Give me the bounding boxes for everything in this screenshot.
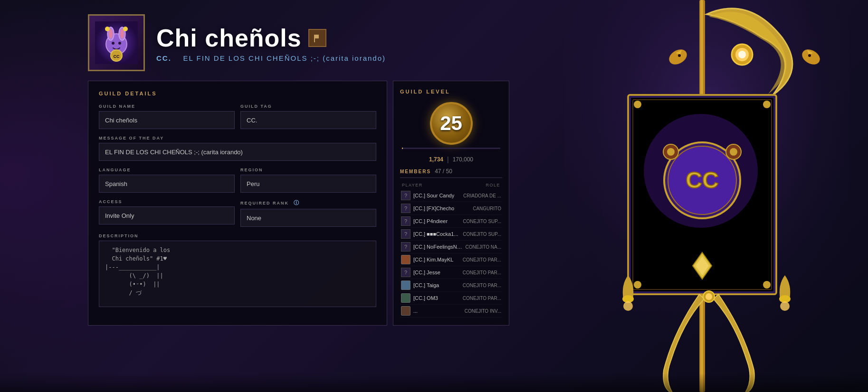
guild-subtitle: CC. EL FIN DE LOS CHI CHEÑOLS ;-; (carit… (156, 54, 386, 62)
svg-point-42 (112, 42, 114, 45)
description-box[interactable]: "Bienvenido a los Chi cheñols" #1♥ |---_… (99, 241, 376, 307)
svg-point-43 (118, 42, 121, 45)
xp-bar (402, 148, 500, 149)
level-number: 25 (440, 112, 462, 135)
guild-level-title: GUILD LEVEL (400, 89, 502, 94)
member-avatar: ? (401, 204, 410, 213)
member-row[interactable]: ... CONEJITO INV... (400, 305, 502, 317)
member-name: [CC.] P4ndieer (413, 218, 460, 224)
region-input[interactable] (240, 175, 376, 193)
member-row[interactable]: [CC.] OM3 CONEJITO PAR... (400, 292, 502, 305)
motd-label: MESSAGE OF THE DAY (99, 136, 376, 140)
player-col-label: PLAYER (402, 183, 423, 187)
access-label: ACCESS (99, 199, 235, 204)
member-name: [CC.] Taiga (413, 282, 460, 288)
language-group: LANGUAGE (99, 168, 235, 193)
member-name: [CC.] OM3 (413, 295, 460, 301)
member-role: CONEJITO INV... (465, 308, 501, 314)
level-xp-separator: | (447, 156, 449, 163)
svg-point-40 (105, 27, 110, 31)
guild-header: CC Chi cheñols CC. EL FIN DE LOS CHI CHE… (0, 0, 868, 81)
svg-point-38 (109, 29, 113, 38)
member-avatar: ? (401, 242, 410, 252)
members-col-header: PLAYER ROLE (400, 182, 502, 188)
member-avatar: ? (401, 229, 410, 239)
guild-details-title: GUILD DETAILS (99, 91, 376, 96)
member-name: [CC.] Jesse (413, 270, 460, 275)
role-col-label: ROLE (486, 183, 500, 187)
guild-logo: CC (88, 14, 145, 71)
member-role: CANGURITO (473, 206, 501, 211)
member-avatar (401, 280, 410, 290)
member-row[interactable]: ? [CC.] ■■■Cocka1... CONEJITO SUP... (400, 228, 502, 241)
member-row[interactable]: ? [CC.] Sour Candy CRIADORA DE ... (400, 189, 502, 202)
guild-level-panel: GUILD LEVEL 25 1,734 | 170,000 MEMBERS 4… (393, 81, 509, 326)
guild-name-group: GUILD NAME (99, 104, 235, 129)
guild-tag-label: GUILD TAG (240, 104, 376, 109)
motd-group: MESSAGE OF THE DAY (99, 136, 376, 161)
member-avatar (401, 293, 410, 303)
members-label: MEMBERS (400, 169, 431, 174)
svg-point-39 (120, 29, 124, 38)
member-row[interactable]: ? [CC.] NoFeelingsNo... CONEJITO NA... (400, 241, 502, 253)
lang-region-row: LANGUAGE REGION (99, 168, 376, 193)
required-rank-label: REQUIRED RANK ⓘ (240, 199, 376, 206)
language-label: LANGUAGE (99, 168, 235, 172)
member-role: CONEJITO SUP... (463, 219, 501, 224)
description-group: DESCRIPTION "Bienvenido a los Chi cheñol… (99, 233, 376, 307)
svg-text:CC: CC (114, 54, 120, 59)
access-group: ACCESS (99, 199, 235, 227)
guild-tag-input[interactable] (240, 111, 376, 129)
member-avatar (401, 255, 410, 264)
region-label: REGION (240, 168, 376, 172)
required-rank-input[interactable] (240, 209, 376, 227)
level-xp-current: 1,734 (429, 156, 443, 163)
guild-name-row: Chi cheñols (156, 24, 386, 52)
motd-input[interactable] (99, 143, 376, 161)
member-name: [CC.] NoFeelingsNo... (413, 244, 463, 250)
required-rank-group: REQUIRED RANK ⓘ (240, 199, 376, 227)
member-name: ... (413, 308, 462, 314)
guild-tag-group: GUILD TAG (240, 104, 376, 129)
member-avatar (401, 306, 410, 316)
access-rank-row: ACCESS REQUIRED RANK ⓘ (99, 199, 376, 227)
member-avatar: ? (401, 191, 410, 200)
guild-details-panel: GUILD DETAILS GUILD NAME GUILD TAG MESSA… (88, 81, 387, 326)
guild-name-label: GUILD NAME (99, 104, 235, 109)
member-row[interactable]: [CC.] Kim.MayKL CONEJITO PAR... (400, 253, 502, 266)
guild-title-area: Chi cheñols CC. EL FIN DE LOS CHI CHEÑOL… (156, 24, 386, 62)
language-input[interactable] (99, 175, 235, 193)
member-name: [CC.] ■■■Cocka1... (413, 231, 460, 237)
xp-bar-fill (402, 148, 403, 149)
members-table: ? [CC.] Sour Candy CRIADORA DE ... ? [CC… (400, 189, 502, 317)
access-input[interactable] (99, 206, 235, 224)
member-row[interactable]: ? [CC.] [FX]Checho CANGURITO (400, 202, 502, 215)
region-group: REGION (240, 168, 376, 193)
member-name: [CC.] [FX]Checho (413, 205, 470, 211)
member-row[interactable]: ? [CC.] P4ndieer CONEJITO SUP... (400, 215, 502, 228)
guild-name-input[interactable] (99, 111, 235, 129)
level-xp-max: 170,000 (453, 156, 473, 163)
guild-tag-label: CC. (156, 54, 172, 62)
guild-name: Chi cheñols (156, 24, 302, 52)
level-circle: 25 (430, 102, 473, 145)
guild-name-tag-row: GUILD NAME GUILD TAG (99, 104, 376, 129)
members-count: 47 / 50 (435, 168, 452, 175)
guild-motd-header: EL FIN DE LOS CHI CHEÑOLS ;-; (carita io… (183, 54, 386, 62)
member-avatar: ? (401, 268, 410, 277)
bottom-fade (0, 373, 868, 392)
member-avatar: ? (401, 216, 410, 226)
svg-rect-47 (314, 35, 315, 42)
member-role: CONEJITO NA... (466, 244, 501, 250)
member-row[interactable]: [CC.] Taiga CONEJITO PAR... (400, 279, 502, 292)
svg-point-41 (123, 27, 128, 31)
panels-row: GUILD DETAILS GUILD NAME GUILD TAG MESSA… (0, 81, 868, 326)
member-role: CONEJITO PAR... (463, 270, 501, 275)
member-role: CONEJITO PAR... (463, 257, 501, 262)
info-icon: ⓘ (294, 200, 300, 205)
member-role: CONEJITO PAR... (463, 296, 501, 301)
member-role: CONEJITO SUP... (463, 232, 501, 237)
member-role: CRIADORA DE ... (463, 193, 501, 198)
level-progress-row: 1,734 | 170,000 (400, 156, 502, 163)
member-row[interactable]: ? [CC.] Jesse CONEJITO PAR... (400, 266, 502, 279)
